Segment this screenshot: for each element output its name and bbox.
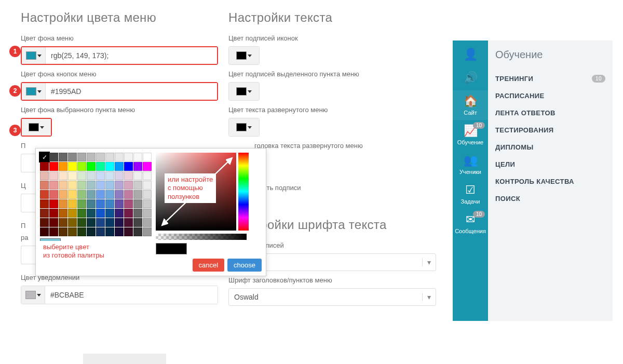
palette-cell[interactable] — [77, 162, 86, 171]
palette-cell[interactable] — [133, 218, 142, 227]
palette-cell[interactable] — [124, 209, 133, 218]
panel-link[interactable]: РАСПИСАНИЕ — [495, 87, 605, 104]
palette-cell[interactable] — [124, 227, 133, 236]
palette-cell[interactable] — [87, 162, 96, 171]
palette-cell[interactable] — [40, 171, 49, 180]
palette-cell[interactable] — [77, 171, 86, 180]
palette-cell[interactable] — [105, 181, 114, 190]
input-menu-btn-bg[interactable] — [46, 83, 217, 100]
palette-cell[interactable] — [68, 162, 77, 171]
palette-cell[interactable] — [49, 227, 58, 236]
nav-item-messages[interactable]: ✉Сообщения10 — [453, 209, 488, 238]
palette-cell[interactable] — [59, 171, 67, 180]
palette-cell[interactable] — [87, 153, 96, 161]
palette-cell[interactable] — [124, 199, 133, 208]
palette-cell[interactable] — [96, 227, 105, 236]
nav-item-learning[interactable]: 📈Обучение10 — [453, 120, 488, 150]
cancel-button[interactable]: cancel — [193, 259, 225, 272]
alpha-slider[interactable] — [156, 234, 247, 240]
sv-picker[interactable] — [156, 153, 236, 231]
palette-cell[interactable] — [105, 199, 114, 208]
palette-cell[interactable] — [49, 171, 58, 180]
palette-cell[interactable] — [40, 181, 49, 190]
palette-cell[interactable] — [96, 153, 105, 161]
palette-cell[interactable] — [77, 209, 86, 218]
palette-cell[interactable] — [143, 199, 152, 208]
swatch-btn-notif[interactable] — [21, 286, 45, 304]
palette-cell[interactable] — [87, 190, 96, 199]
palette-cell[interactable] — [124, 190, 133, 199]
palette-cell[interactable] — [49, 153, 58, 161]
palette-cell[interactable] — [115, 227, 124, 236]
palette-cell[interactable] — [87, 218, 96, 227]
palette-cell[interactable] — [68, 153, 77, 161]
palette-cell[interactable] — [124, 171, 133, 180]
palette-cell[interactable] — [96, 209, 105, 218]
swatch-btn-menu-btn-bg[interactable] — [22, 83, 46, 100]
palette-cell[interactable] — [143, 218, 152, 227]
swatch-btn-menu-bg[interactable] — [22, 47, 46, 64]
palette-cell[interactable] — [133, 171, 142, 180]
palette-cell[interactable] — [68, 209, 77, 218]
palette-cell[interactable] — [68, 218, 77, 227]
palette-cell[interactable] — [133, 227, 142, 236]
palette-cell[interactable] — [105, 153, 114, 161]
palette-cell[interactable] — [96, 162, 105, 171]
palette-cell[interactable] — [133, 181, 142, 190]
palette-cell[interactable] — [124, 153, 133, 161]
palette-cell[interactable] — [77, 153, 86, 161]
palette-cell[interactable] — [124, 162, 133, 171]
palette-cell[interactable] — [59, 153, 67, 161]
palette-cell[interactable] — [77, 199, 86, 208]
palette-cell[interactable] — [143, 181, 152, 190]
nav-item-site[interactable]: 🏠Сайт — [453, 90, 488, 120]
panel-link[interactable]: ДИПЛОМЫ — [495, 139, 605, 156]
swatch-btn-exp-text[interactable] — [229, 118, 259, 136]
palette-cell[interactable] — [68, 227, 77, 236]
palette-cell[interactable] — [115, 181, 124, 190]
palette-cell[interactable] — [105, 218, 114, 227]
palette-cell[interactable] — [105, 171, 114, 180]
panel-link[interactable]: ЦЕЛИ — [495, 156, 605, 173]
choose-button[interactable]: choose — [227, 259, 262, 272]
palette-cell[interactable] — [105, 209, 114, 218]
swatch-btn-icon-caption[interactable] — [229, 47, 259, 64]
palette-cell[interactable] — [115, 162, 124, 171]
palette-cell[interactable] — [96, 190, 105, 199]
palette-cell[interactable] — [105, 227, 114, 236]
chevron-down-icon[interactable]: ▾ — [422, 293, 436, 301]
palette-cell[interactable] — [133, 153, 142, 161]
chevron-down-icon[interactable]: ▾ — [422, 258, 436, 266]
select-font-menu[interactable]: ▾ — [228, 288, 436, 306]
palette-cell[interactable] — [49, 162, 58, 171]
swatch-btn-sel-caption[interactable] — [229, 83, 259, 100]
palette-cell[interactable] — [115, 199, 124, 208]
panel-link[interactable]: ТРЕНИНГИ10 — [495, 70, 605, 87]
palette-cell[interactable] — [77, 218, 86, 227]
color-palette[interactable]: ✓ — [40, 153, 152, 236]
palette-cell[interactable] — [59, 209, 67, 218]
palette-cell[interactable] — [40, 162, 49, 171]
palette-cell[interactable] — [143, 153, 152, 161]
panel-link[interactable]: ЛЕНТА ОТВЕТОВ — [495, 104, 605, 122]
palette-cell[interactable] — [133, 190, 142, 199]
select-font-menu-value[interactable] — [229, 293, 422, 301]
palette-cell[interactable] — [59, 199, 67, 208]
palette-cell[interactable] — [59, 218, 67, 227]
palette-cell[interactable] — [115, 218, 124, 227]
palette-cell[interactable] — [68, 171, 77, 180]
palette-cell[interactable] — [143, 227, 152, 236]
palette-cell[interactable] — [59, 190, 67, 199]
palette-cell[interactable] — [115, 153, 124, 161]
palette-cell[interactable] — [105, 162, 114, 171]
palette-cell[interactable] — [59, 227, 67, 236]
palette-cell[interactable] — [124, 218, 133, 227]
palette-cell[interactable] — [49, 199, 58, 208]
palette-cell[interactable] — [40, 218, 49, 227]
palette-cell[interactable] — [115, 190, 124, 199]
palette-cell[interactable] — [143, 209, 152, 218]
palette-cell[interactable] — [87, 209, 96, 218]
palette-cell[interactable] — [143, 171, 152, 180]
palette-cell[interactable] — [77, 227, 86, 236]
swatch-btn-menu-sel-bg[interactable] — [22, 119, 51, 136]
